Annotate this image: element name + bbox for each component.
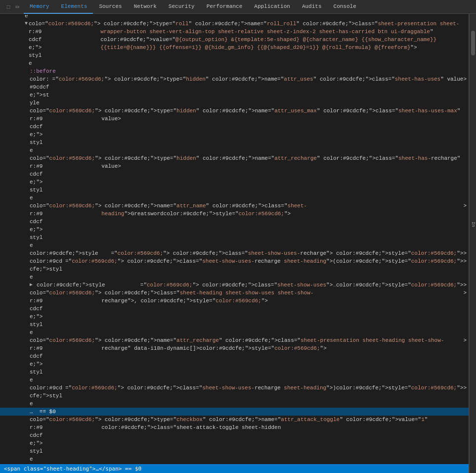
code-line[interactable]: color:#9cdcfe;">style="color:#569cd6;"> …	[0, 249, 469, 257]
tab-elements[interactable]: Elements	[55, 0, 93, 14]
tab-sources[interactable]: Sources	[93, 0, 128, 14]
inline-label: In	[471, 222, 476, 227]
line-text: color:#9cdcfe;">style	[30, 249, 111, 257]
line-text: color:#9cdcfe;">style	[25, 15, 38, 20]
line-text: color:#9cdcfe;">style	[29, 20, 42, 67]
code-line[interactable]: color:#9cdcfe;">style="color:#569cd6;"> …	[0, 257, 469, 281]
code-line[interactable]: color:#9cdcfe;">style="color:#569cd6;"> …	[0, 336, 469, 384]
app-container: ⬚ ▭ Memory Elements Sources Network Secu…	[0, 0, 476, 473]
code-line[interactable]: ▶ color:#9cdcfe;">style="color:#569cd6;"…	[0, 281, 469, 289]
main-layout: ▶ color:#9cdcfe;">style="color:#569cd6;"…	[0, 14, 476, 473]
expand-triangle[interactable]: ▶	[30, 281, 36, 289]
code-line[interactable]: color:#9cdcfe;">style="color:#569cd6;"> …	[0, 107, 469, 154]
tab-application[interactable]: Application	[248, 0, 296, 14]
scrollbar-track[interactable]	[471, 16, 475, 313]
tab-console[interactable]: Console	[328, 0, 362, 14]
device-icon[interactable]: ▭	[14, 3, 21, 10]
line-text: color:#9cdcfe;">style	[30, 154, 43, 202]
code-area[interactable]: ▶ color:#9cdcfe;">style="color:#569cd6;"…	[0, 14, 469, 464]
tab-bar: ⬚ ▭ Memory Elements Sources Network Secu…	[0, 0, 476, 14]
line-text: … == $0	[30, 408, 467, 416]
tab-security[interactable]: Security	[163, 0, 201, 14]
code-line[interactable]: color:#9cdcfe;">style="color:#569cd6;"> …	[0, 289, 469, 336]
code-line[interactable]: ▼ color:#9cdcfe;">style="color:#569cd6;"…	[0, 20, 469, 67]
line-text: color:#9cdcfe;">style	[30, 289, 43, 336]
code-line[interactable]: color:#9cdcfe;">style="color:#569cd6;"> …	[0, 154, 469, 202]
expand-triangle[interactable]: ▼	[25, 20, 28, 28]
selector-display: <span class="sheet-heading">…</span> == …	[4, 466, 141, 472]
code-lines[interactable]: ▶ color:#9cdcfe;">style="color:#569cd6;"…	[0, 15, 469, 463]
code-line[interactable]: color:#9cdcfe;">style="color:#569cd6;"> …	[0, 15, 469, 20]
scrollbar-area[interactable]: In	[469, 14, 476, 473]
tab-memory[interactable]: Memory	[24, 0, 55, 14]
elements-panel: ▶ color:#9cdcfe;">style="color:#569cd6;"…	[0, 14, 469, 473]
code-line[interactable]: color:#9cdcfe;">style="color:#569cd6;"> …	[0, 384, 469, 408]
pseudo-element: ::before	[30, 67, 56, 75]
tab-performance[interactable]: Performance	[201, 0, 249, 14]
line-text: color:#9cdcfe;">style	[30, 336, 43, 384]
line-text: color:#9cdcfe;">style	[30, 75, 52, 107]
line-text: color:#9cdcfe;">style	[30, 257, 65, 281]
line-text: color:#9cdcfe;">style	[30, 416, 43, 463]
code-line[interactable]: ::before	[0, 67, 469, 75]
tab-audits[interactable]: Audits	[296, 0, 328, 14]
code-line[interactable]: … == $0	[0, 408, 469, 416]
tab-network[interactable]: Network	[128, 0, 163, 14]
code-line[interactable]: color:#9cdcfe;">style="color:#569cd6;"> …	[0, 202, 469, 249]
line-text: color:#9cdcfe;">style	[30, 384, 65, 408]
toolbar-icons: ⬚ ▭	[2, 3, 24, 10]
line-text: color:#9cdcfe;">style	[30, 107, 43, 154]
code-line[interactable]: color:#9cdcfe;">style="color:#569cd6;"> …	[0, 416, 469, 463]
inspect-icon[interactable]: ⬚	[5, 3, 12, 10]
line-text: color:#9cdcfe;">style	[37, 281, 140, 289]
line-text: color:#9cdcfe;">style	[30, 202, 43, 249]
scrollbar-thumb[interactable]	[471, 31, 475, 55]
code-line[interactable]: color:#9cdcfe;">style="color:#569cd6;"> …	[0, 75, 469, 107]
status-bar: <span class="sheet-heading">…</span> == …	[0, 464, 469, 473]
